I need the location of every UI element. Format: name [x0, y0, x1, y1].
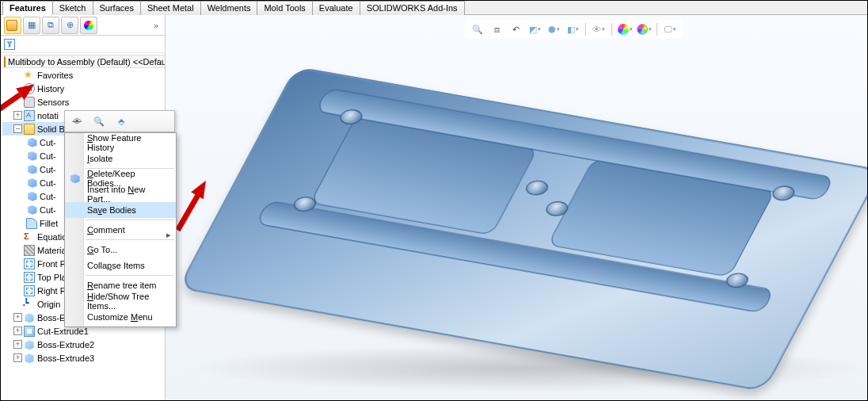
delete-keep-icon — [69, 173, 80, 184]
command-manager-tabs: Features Sketch Surfaces Sheet Metal Wel… — [1, 1, 867, 15]
tree-root[interactable]: Multibody to Assembly (Default) <<Defau … — [2, 55, 165, 68]
tab-mold-tools[interactable]: Mold Tools — [257, 1, 312, 15]
tab-surfaces[interactable]: Surfaces — [93, 1, 141, 15]
property-manager-tab[interactable]: ▦ — [23, 17, 40, 34]
origin-icon — [24, 299, 35, 310]
context-menu-item[interactable]: Show Feature History — [65, 135, 176, 151]
tree-root-label: Multibody to Assembly (Default) <<Defau — [8, 57, 165, 67]
body-icon — [26, 164, 37, 175]
sensor-icon — [24, 97, 35, 108]
normal-to-icon[interactable]: ⬘ — [114, 114, 128, 128]
context-menu-item[interactable]: Save Bodies — [65, 202, 176, 218]
equations-icon — [24, 231, 35, 243]
hide-show-icon[interactable]: 👁 — [591, 21, 607, 37]
tab-sketch[interactable]: Sketch — [52, 1, 93, 15]
context-menu-item[interactable]: Insert into New Part... — [65, 186, 176, 202]
part-icon — [4, 56, 6, 67]
tab-evaluate[interactable]: Evaluate — [312, 1, 360, 15]
context-menu-item[interactable]: Customize Menu — [65, 309, 176, 325]
boss-extrude-icon — [24, 353, 35, 364]
feature-tree-tab[interactable] — [4, 17, 21, 34]
plane-icon — [24, 285, 35, 296]
dimxpert-tab[interactable]: ⊕ — [61, 17, 78, 34]
tree-feature[interactable]: +Boss-Extrude3 — [2, 351, 165, 365]
tree-history[interactable]: History — [2, 82, 165, 95]
view-orientation-icon[interactable]: ⬢ — [546, 21, 562, 37]
context-menu-item[interactable]: Isolate — [65, 151, 176, 166]
apply-scene-icon[interactable] — [636, 21, 652, 37]
panel-expand-arrow[interactable]: » — [150, 21, 162, 30]
boss-extrude-icon — [24, 312, 35, 323]
hide-icon[interactable]: 👁 — [70, 114, 84, 128]
fillet-body-icon — [26, 218, 37, 229]
tree-filter-row — [1, 36, 165, 53]
feature-tree-icon — [6, 20, 17, 31]
tab-weldments[interactable]: Weldments — [200, 1, 258, 15]
context-menu-item[interactable]: Delete/Keep Bodies... — [65, 170, 176, 186]
body-icon — [26, 151, 37, 162]
cut-extrude-icon — [24, 326, 35, 337]
plane-icon — [24, 272, 35, 283]
tab-sheet-metal[interactable]: Sheet Metal — [140, 1, 201, 15]
context-menu-item[interactable]: Go To... — [65, 242, 176, 258]
material-icon — [24, 245, 35, 256]
zoom-fit-icon[interactable]: 🔍 — [470, 21, 485, 37]
context-menu-item[interactable]: Hide/Show Tree Items... — [65, 293, 176, 309]
section-view-icon[interactable]: ◩ — [527, 21, 542, 37]
body-icon — [26, 204, 37, 216]
tab-features[interactable]: Features — [2, 1, 53, 15]
configuration-manager-tab[interactable]: ⧉ — [42, 17, 59, 34]
tab-addins[interactable]: SOLIDWORKS Add-Ins — [360, 1, 465, 15]
annotation-icon — [24, 110, 35, 121]
folder-icon — [24, 124, 35, 135]
context-menu-item[interactable]: Rename tree item — [65, 277, 176, 293]
plane-icon — [24, 258, 35, 269]
body-icon — [26, 178, 37, 189]
boss-extrude-icon — [24, 339, 35, 350]
star-icon — [24, 70, 35, 81]
zoom-area-icon[interactable]: ⧈ — [489, 21, 504, 37]
tree-sensors[interactable]: Sensors — [2, 95, 165, 109]
graphics-viewport[interactable]: 🔍 ⧈ ↶ ◩ ⬢ ◧ 👁 🖵 — [166, 15, 867, 400]
edit-appearance-icon[interactable] — [617, 21, 633, 37]
body-icon — [26, 191, 37, 202]
view-settings-icon[interactable]: 🖵 — [662, 21, 678, 37]
display-manager-tab[interactable] — [80, 17, 97, 34]
tree-feature[interactable]: +Boss-Extrude2 — [2, 338, 165, 351]
display-style-icon[interactable]: ◧ — [565, 21, 581, 37]
previous-view-icon[interactable]: ↶ — [508, 21, 523, 37]
body-icon — [26, 137, 37, 148]
manager-tab-strip: ▦ ⧉ ⊕ » — [1, 15, 165, 36]
context-menu-item[interactable]: Collapse Items — [65, 258, 176, 273]
history-icon — [24, 83, 35, 94]
context-menu: Show Feature HistoryIsolateDelete/Keep B… — [64, 132, 177, 327]
heads-up-toolbar: 🔍 ⧈ ↶ ◩ ⬢ ◧ 👁 🖵 — [465, 20, 683, 39]
filter-icon[interactable] — [4, 39, 15, 50]
zoom-to-selection-icon[interactable]: 🔍 — [92, 114, 106, 128]
context-menu-item[interactable]: Comment — [65, 222, 176, 238]
tree-favorites[interactable]: Favorites — [2, 68, 165, 82]
context-toolbar: 👁 🔍 ⬘ — [64, 110, 175, 132]
